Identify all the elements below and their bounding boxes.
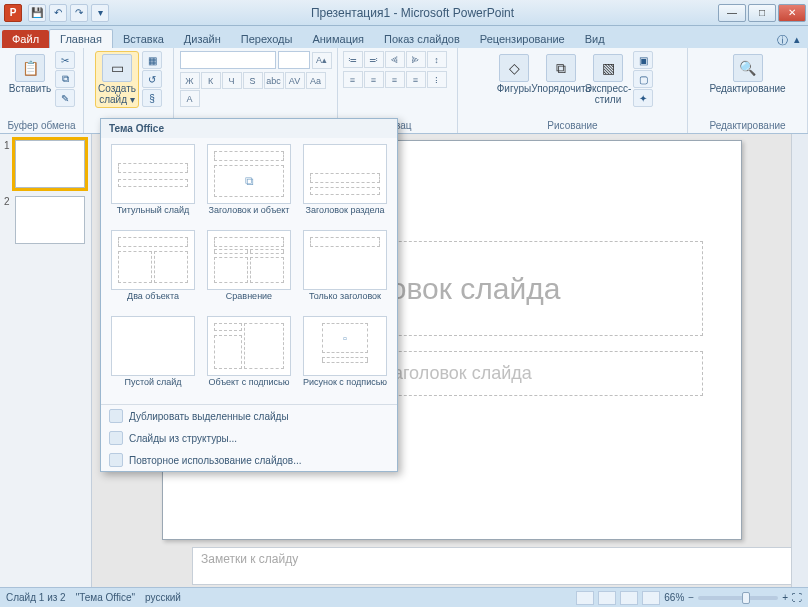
tab-animations[interactable]: Анимация	[302, 30, 374, 48]
font-family-select[interactable]	[180, 51, 276, 69]
duplicate-slides-item[interactable]: Дублировать выделенные слайды	[101, 405, 397, 427]
qat-save-button[interactable]: 💾	[28, 4, 46, 22]
layout-label: Титульный слайд	[117, 206, 190, 226]
align-center-button[interactable]: ≡	[364, 71, 384, 88]
shadow-button[interactable]: S	[243, 72, 263, 89]
spacing-button[interactable]: AV	[285, 72, 305, 89]
fit-to-window-button[interactable]: ⛶	[792, 592, 802, 603]
layout-two-content[interactable]: Два объекта	[107, 230, 199, 312]
case-button[interactable]: Aa	[306, 72, 326, 89]
layout-label: Пустой слайд	[125, 378, 182, 398]
duplicate-icon	[109, 409, 123, 423]
cut-button[interactable]: ✂	[55, 51, 75, 69]
qat-redo-button[interactable]: ↷	[70, 4, 88, 22]
quick-access-toolbar: 💾 ↶ ↷ ▾	[28, 4, 109, 22]
reading-view-button[interactable]	[620, 591, 638, 605]
zoom-out-button[interactable]: −	[688, 592, 694, 603]
slideshow-view-button[interactable]	[642, 591, 660, 605]
editing-button[interactable]: 🔍 Редактирование	[726, 51, 770, 98]
line-spacing-button[interactable]: ↕	[427, 51, 447, 68]
slides-panel[interactable]: 1 2	[0, 134, 92, 587]
ribbon-tabs: Файл Главная Вставка Дизайн Переходы Ани…	[0, 26, 808, 48]
normal-view-button[interactable]	[576, 591, 594, 605]
zoom-slider[interactable]	[698, 596, 778, 600]
thumb-preview[interactable]	[15, 140, 85, 188]
quick-styles-button[interactable]: ▧ Экспресс-стили	[586, 51, 630, 108]
copy-button[interactable]: ⧉	[55, 70, 75, 88]
tab-insert[interactable]: Вставка	[113, 30, 174, 48]
tab-design[interactable]: Дизайн	[174, 30, 231, 48]
layout-picture-caption[interactable]: ▫ Рисунок с подписью	[299, 316, 391, 398]
gallery-header: Тема Office	[101, 119, 397, 138]
new-slide-button[interactable]: ▭ Создать слайд ▾	[95, 51, 139, 108]
outline-icon	[109, 431, 123, 445]
italic-button[interactable]: К	[201, 72, 221, 89]
strike-button[interactable]: abc	[264, 72, 284, 89]
layout-blank[interactable]: Пустой слайд	[107, 316, 199, 398]
arrange-button[interactable]: ⧉ Упорядочить	[539, 51, 583, 98]
shape-fill-button[interactable]: ▣	[633, 51, 653, 69]
layout-section-header[interactable]: Заголовок раздела	[299, 144, 391, 226]
font-color-button[interactable]: A	[180, 90, 200, 107]
align-left-button[interactable]: ≡	[343, 71, 363, 88]
status-bar: Слайд 1 из 2 "Тема Office" русский 66% −…	[0, 587, 808, 607]
grow-font-button[interactable]: A▴	[312, 52, 332, 69]
sorter-view-button[interactable]	[598, 591, 616, 605]
thumb-preview[interactable]	[15, 196, 85, 244]
slide-thumb-2[interactable]: 2	[4, 196, 87, 244]
columns-button[interactable]: ⫶	[427, 71, 447, 88]
format-painter-button[interactable]: ✎	[55, 89, 75, 107]
minimize-button[interactable]: —	[718, 4, 746, 22]
tab-transitions[interactable]: Переходы	[231, 30, 303, 48]
layout-button[interactable]: ▦	[142, 51, 162, 69]
notes-pane[interactable]: Заметки к слайду	[192, 547, 800, 585]
collapse-ribbon-icon[interactable]: ▴	[794, 33, 800, 48]
tab-review[interactable]: Рецензирование	[470, 30, 575, 48]
zoom-level[interactable]: 66%	[664, 592, 684, 603]
tab-view[interactable]: Вид	[575, 30, 615, 48]
group-clipboard: 📋 Вставить ✂ ⧉ ✎ Буфер обмена	[0, 48, 84, 133]
bullets-button[interactable]: ≔	[343, 51, 363, 68]
reuse-slides-item[interactable]: Повторное использование слайдов...	[101, 449, 397, 471]
reset-button[interactable]: ↺	[142, 70, 162, 88]
help-icon[interactable]: ⓘ	[777, 33, 788, 48]
shape-effects-button[interactable]: ✦	[633, 89, 653, 107]
thumb-number: 2	[4, 196, 12, 207]
arrange-icon: ⧉	[546, 54, 576, 82]
justify-button[interactable]: ≡	[406, 71, 426, 88]
layout-comparison[interactable]: Сравнение	[203, 230, 295, 312]
font-size-select[interactable]	[278, 51, 310, 69]
arrange-label: Упорядочить	[531, 84, 591, 95]
zoom-in-button[interactable]: +	[782, 592, 788, 603]
qat-customize-button[interactable]: ▾	[91, 4, 109, 22]
qat-undo-button[interactable]: ↶	[49, 4, 67, 22]
paste-button[interactable]: 📋 Вставить	[8, 51, 52, 98]
tab-home[interactable]: Главная	[49, 29, 113, 48]
slide-thumb-1[interactable]: 1	[4, 140, 87, 188]
shapes-button[interactable]: ◇ Фигуры	[492, 51, 536, 98]
bold-button[interactable]: Ж	[180, 72, 200, 89]
layout-content-caption[interactable]: Объект с подписью	[203, 316, 295, 398]
shape-outline-button[interactable]: ▢	[633, 70, 653, 88]
layout-title-only[interactable]: Только заголовок	[299, 230, 391, 312]
tab-file[interactable]: Файл	[2, 30, 49, 48]
decrease-indent-button[interactable]: ⫷	[385, 51, 405, 68]
align-right-button[interactable]: ≡	[385, 71, 405, 88]
increase-indent-button[interactable]: ⫸	[406, 51, 426, 68]
layout-title-content[interactable]: ⧉ Заголовок и объект	[203, 144, 295, 226]
layout-title-slide[interactable]: Титульный слайд	[107, 144, 199, 226]
numbering-button[interactable]: ≕	[364, 51, 384, 68]
maximize-button[interactable]: □	[748, 4, 776, 22]
underline-button[interactable]: Ч	[222, 72, 242, 89]
group-drawing-label: Рисование	[463, 119, 682, 133]
zoom-slider-thumb[interactable]	[742, 592, 750, 604]
group-drawing: ◇ Фигуры ⧉ Упорядочить ▧ Экспресс-стили …	[458, 48, 688, 133]
vertical-scrollbar[interactable]	[791, 134, 808, 587]
close-button[interactable]: ✕	[778, 4, 806, 22]
window-controls: — □ ✕	[716, 4, 806, 22]
tab-slideshow[interactable]: Показ слайдов	[374, 30, 470, 48]
gallery-grid: Титульный слайд ⧉ Заголовок и объект Заг…	[101, 138, 397, 404]
status-language[interactable]: русский	[145, 592, 181, 603]
section-button[interactable]: §	[142, 89, 162, 107]
slides-from-outline-item[interactable]: Слайды из структуры...	[101, 427, 397, 449]
